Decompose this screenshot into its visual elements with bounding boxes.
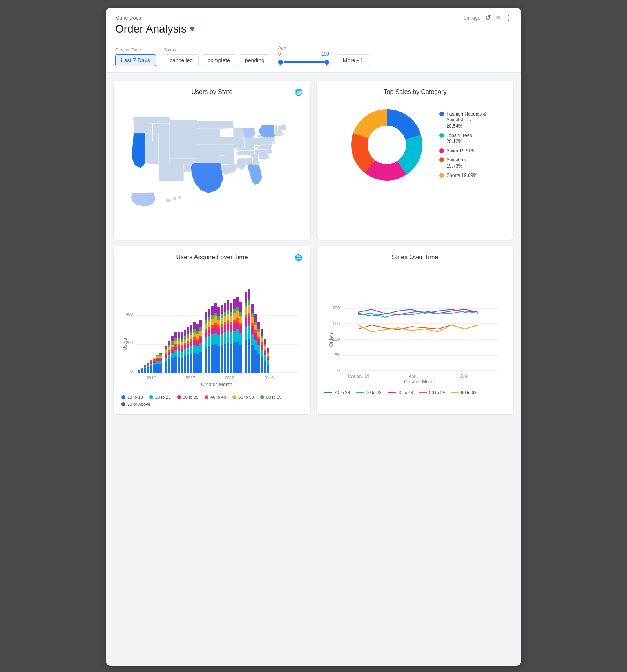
svg-rect-145 xyxy=(208,317,210,321)
svg-rect-169 xyxy=(221,334,223,345)
svg-rect-52 xyxy=(165,353,167,355)
svg-text:0: 0 xyxy=(337,368,340,373)
legend-label-50-59: 50 to 59 xyxy=(238,395,254,399)
header-top: Marie Docs 8m ago ↺ ≡ ⋮ xyxy=(115,14,512,21)
svg-rect-89 xyxy=(181,339,183,342)
more-button[interactable]: More • 1 xyxy=(337,54,369,66)
status-pending[interactable]: pending xyxy=(239,54,270,66)
last7days-button[interactable]: Last 7 Days xyxy=(115,54,156,66)
svg-rect-70 xyxy=(174,356,177,373)
svg-rect-157 xyxy=(214,323,217,326)
svg-rect-175 xyxy=(224,344,226,373)
svg-text:Created Month: Created Month xyxy=(201,382,232,387)
globe-icon-map[interactable]: 🌐 xyxy=(295,89,303,96)
slider-thumb-right[interactable] xyxy=(324,59,330,65)
more-icon[interactable]: ⋮ xyxy=(505,14,512,21)
svg-rect-156 xyxy=(214,326,217,333)
svg-rect-48 xyxy=(159,353,162,354)
legend-label-tops: Tops & Tees20.12% xyxy=(446,133,472,145)
line-chart-legend: 20 to 29 30 to 39 40 to 49 50 to 59 60 t… xyxy=(324,390,506,395)
svg-rect-227 xyxy=(248,313,250,316)
svg-rect-36 xyxy=(156,364,159,373)
svg-rect-222 xyxy=(245,303,247,307)
california-state[interactable] xyxy=(132,133,146,168)
svg-rect-116 xyxy=(193,333,196,337)
svg-rect-105 xyxy=(190,354,192,373)
svg-rect-121 xyxy=(196,341,199,346)
svg-rect-204 xyxy=(236,329,239,342)
svg-rect-170 xyxy=(221,327,223,334)
svg-rect-228 xyxy=(248,305,250,313)
svg-text:2018: 2018 xyxy=(225,376,234,380)
svg-text:April: April xyxy=(409,374,417,378)
florida-state[interactable] xyxy=(247,164,263,185)
svg-rect-60 xyxy=(168,347,170,350)
legend-dot-tops xyxy=(439,133,444,138)
svg-rect-223 xyxy=(245,292,247,303)
svg-rect-211 xyxy=(239,333,242,345)
svg-rect-44 xyxy=(159,359,162,361)
svg-rect-230 xyxy=(248,289,250,300)
svg-rect-73 xyxy=(174,344,177,347)
svg-rect-257 xyxy=(261,336,263,338)
svg-rect-194 xyxy=(230,312,232,316)
svg-rect-265 xyxy=(264,339,266,344)
svg-rect-183 xyxy=(227,331,229,343)
refresh-icon[interactable]: ↺ xyxy=(485,14,491,21)
legend-60-69: 60 to 69 xyxy=(260,395,282,399)
status-complete[interactable]: complete xyxy=(202,54,236,66)
alaska-state[interactable] xyxy=(131,192,156,206)
svg-rect-29 xyxy=(150,362,152,364)
svg-rect-270 xyxy=(267,354,269,356)
title-row: Order Analysis ♥ xyxy=(115,23,512,35)
svg-rect-224 xyxy=(248,339,250,373)
svg-rect-101 xyxy=(187,341,189,344)
svg-rect-188 xyxy=(227,300,229,310)
svg-rect-243 xyxy=(254,322,257,325)
svg-rect-244 xyxy=(254,314,257,322)
svg-rect-62 xyxy=(168,341,170,345)
svg-rect-205 xyxy=(236,322,239,329)
svg-rect-246 xyxy=(257,345,260,354)
svg-rect-68 xyxy=(171,341,174,345)
svg-rect-234 xyxy=(251,323,254,326)
svg-rect-268 xyxy=(267,358,269,360)
svg-rect-19 xyxy=(141,369,143,373)
svg-rect-82 xyxy=(178,338,180,341)
svg-rect-236 xyxy=(251,313,254,317)
status-cancelled[interactable]: cancelled xyxy=(164,54,199,66)
svg-rect-137 xyxy=(205,324,207,329)
svg-rect-147 xyxy=(211,345,214,373)
svg-rect-220 xyxy=(245,315,247,318)
svg-rect-237 xyxy=(251,304,254,313)
svg-rect-124 xyxy=(196,331,199,334)
workspace-label: Marie Docs xyxy=(115,15,141,21)
svg-rect-242 xyxy=(254,325,257,330)
svg-rect-51 xyxy=(165,355,167,358)
legend-50-59: 50 to 59 xyxy=(232,395,254,399)
svg-rect-266 xyxy=(267,365,269,373)
svg-rect-129 xyxy=(199,336,202,338)
texas-state[interactable] xyxy=(191,163,223,193)
svg-rect-102 xyxy=(187,338,189,341)
svg-rect-182 xyxy=(227,343,229,373)
filter-icon[interactable]: ≡ xyxy=(496,14,500,21)
globe-icon-bar[interactable]: 🌐 xyxy=(295,254,303,261)
age-min: 0 xyxy=(278,51,281,57)
svg-rect-100 xyxy=(187,344,189,348)
bars-2016 xyxy=(138,353,162,373)
page-title: Order Analysis xyxy=(115,23,187,35)
michigan-state[interactable] xyxy=(243,127,256,138)
sales-over-time-card: Sales Over Time 0 50 100 150 200 Orders xyxy=(317,246,513,414)
age-slider[interactable] xyxy=(278,58,329,66)
svg-rect-212 xyxy=(239,326,242,333)
svg-rect-247 xyxy=(257,339,260,345)
slider-thumb-left[interactable] xyxy=(277,59,284,65)
svg-rect-154 xyxy=(214,344,217,373)
legend-swim: Swim 19.91% xyxy=(439,148,486,154)
svg-rect-104 xyxy=(187,327,189,334)
heart-icon[interactable]: ♥ xyxy=(190,24,195,34)
age-label: Age xyxy=(278,45,329,50)
svg-rect-255 xyxy=(261,342,263,345)
svg-rect-120 xyxy=(196,346,199,354)
